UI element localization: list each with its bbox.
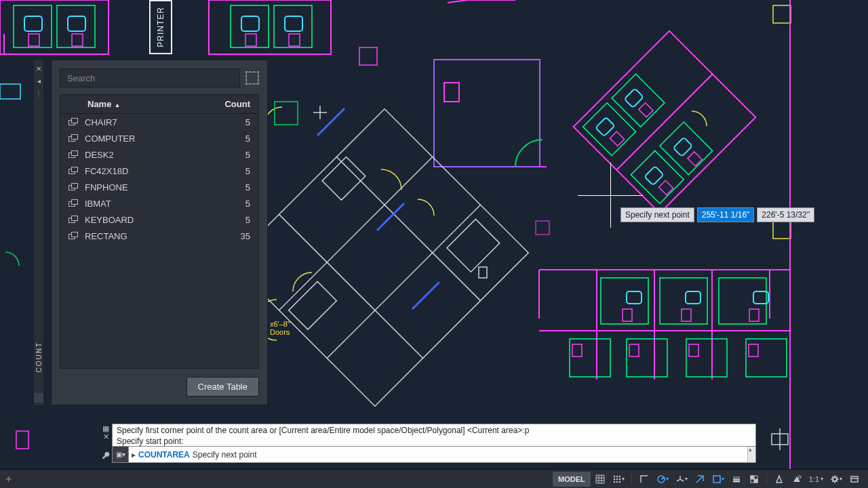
svg-point-85 <box>616 478 618 480</box>
block-icon <box>68 167 78 175</box>
table-row[interactable]: FC42X18D5 <box>60 163 258 179</box>
dynamic-input-prompt: Specify next point <box>620 207 694 222</box>
svg-line-20 <box>279 157 433 310</box>
command-history[interactable]: Specify first corner point of the count … <box>112 424 756 447</box>
polar-icon[interactable]: ▾ <box>654 472 671 487</box>
scale-label[interactable]: 1:1▾ <box>806 472 826 487</box>
select-area-icon[interactable] <box>245 71 259 85</box>
sort-asc-icon: ▲ <box>114 102 120 108</box>
plus-icon[interactable]: + <box>5 473 12 485</box>
table-row[interactable]: RECTANG35 <box>60 228 258 244</box>
printer-block-label: PRINTER <box>149 0 172 54</box>
column-header-count[interactable]: Count <box>224 99 250 109</box>
svg-line-23 <box>336 157 480 301</box>
column-header-name[interactable]: Name▲ <box>87 99 120 109</box>
block-icon <box>68 134 78 142</box>
svg-rect-73 <box>749 344 758 357</box>
customize-icon[interactable] <box>846 472 863 487</box>
status-bar: + MODEL ▾ ▾ ▾ ▾ 1:1▾ ▾ <box>0 469 868 488</box>
table-row[interactable]: CHAIR75 <box>60 114 258 130</box>
svg-rect-48 <box>773 221 791 239</box>
close-icon[interactable]: ✕ <box>35 64 42 73</box>
table-row[interactable]: DESK25 <box>60 146 258 163</box>
svg-rect-72 <box>629 344 639 357</box>
svg-rect-65 <box>627 291 642 304</box>
svg-line-28 <box>377 203 404 230</box>
transparency-icon[interactable] <box>746 472 762 487</box>
svg-rect-24 <box>289 281 337 329</box>
svg-point-86 <box>618 478 620 480</box>
svg-rect-16 <box>434 60 540 167</box>
svg-rect-3 <box>14 5 52 47</box>
search-input[interactable] <box>60 68 240 87</box>
svg-rect-6 <box>274 5 312 47</box>
block-icon <box>68 216 78 224</box>
scrollbar[interactable] <box>747 447 755 462</box>
svg-rect-37 <box>631 150 684 203</box>
osnap-endpoint-icon[interactable]: ▾ <box>709 472 727 487</box>
svg-rect-96 <box>751 476 754 479</box>
svg-rect-11 <box>28 34 39 46</box>
svg-rect-14 <box>289 34 300 46</box>
svg-point-98 <box>798 476 801 479</box>
menu-icon[interactable]: ⋮ <box>35 88 42 98</box>
workspace-gear-icon[interactable]: ▾ <box>827 472 845 487</box>
pin-icon[interactable]: ◂ <box>35 76 42 85</box>
count-table: Name▲ Count CHAIR75 COMPUTER5 DESK25 FC4… <box>60 94 259 369</box>
svg-rect-36 <box>612 74 665 127</box>
svg-rect-35 <box>583 103 636 156</box>
close-icon[interactable]: ✕ <box>101 432 111 441</box>
svg-rect-10 <box>285 16 302 31</box>
block-icon <box>68 183 78 191</box>
annotation-visibility-icon[interactable] <box>789 472 805 487</box>
ortho-icon[interactable] <box>636 472 652 487</box>
svg-rect-15 <box>359 47 377 65</box>
grid-icon[interactable] <box>592 472 608 487</box>
count-panel-title: COUNT <box>35 342 43 373</box>
svg-rect-68 <box>623 309 632 321</box>
dynamic-input-y[interactable]: 226'-5 13/32" <box>757 207 814 222</box>
annotation-scale-icon[interactable] <box>771 472 787 487</box>
svg-rect-79 <box>16 431 28 449</box>
table-row[interactable]: FNPHONE5 <box>60 179 258 195</box>
doors-annotation: x6'–8" Doors <box>270 320 290 336</box>
svg-rect-91 <box>713 476 720 483</box>
svg-rect-47 <box>773 5 791 23</box>
command-window: ▦ ✕ Specify first corner point of the co… <box>112 424 756 464</box>
table-row[interactable]: IBMAT5 <box>60 195 258 211</box>
svg-rect-38 <box>660 122 713 175</box>
command-line[interactable]: ▣▾ ▸ COUNTAREA Specify next point <box>112 447 756 463</box>
osnap-icon[interactable] <box>692 472 708 487</box>
svg-rect-9 <box>241 16 259 31</box>
lineweight-icon[interactable] <box>728 472 745 487</box>
command-prompt-icon[interactable]: ▣▾ <box>113 447 129 462</box>
panel-footer-icon[interactable] <box>34 393 43 403</box>
svg-line-21 <box>327 205 480 358</box>
count-panel: Name▲ Count CHAIR75 COMPUTER5 DESK25 FC4… <box>51 60 268 405</box>
svg-rect-100 <box>851 476 858 482</box>
svg-rect-7 <box>24 16 42 31</box>
svg-line-29 <box>412 282 439 309</box>
table-row[interactable]: COMPUTER5 <box>60 130 258 146</box>
isodraft-icon[interactable]: ▾ <box>673 472 690 487</box>
table-row[interactable]: KEYBOARD5 <box>60 211 258 228</box>
svg-rect-41 <box>644 166 663 185</box>
svg-rect-1 <box>209 0 331 54</box>
svg-point-82 <box>616 475 618 477</box>
svg-rect-97 <box>754 479 757 483</box>
svg-rect-30 <box>275 102 298 125</box>
svg-rect-12 <box>72 34 83 46</box>
svg-point-83 <box>618 475 620 477</box>
svg-point-84 <box>613 478 615 480</box>
svg-rect-8 <box>68 16 85 31</box>
wrench-icon[interactable] <box>101 451 111 460</box>
svg-line-22 <box>279 214 423 358</box>
model-space-button[interactable]: MODEL <box>553 472 591 487</box>
create-table-button[interactable]: Create Table <box>186 377 259 396</box>
svg-rect-66 <box>686 291 701 304</box>
svg-point-99 <box>833 477 837 481</box>
dynamic-input-x[interactable]: 255'-11 1/16" <box>697 207 755 222</box>
dynamic-input-tooltip: Specify next point 255'-11 1/16" 226'-5 … <box>620 207 814 222</box>
svg-rect-43 <box>610 131 624 146</box>
snap-icon[interactable]: ▾ <box>610 472 627 487</box>
